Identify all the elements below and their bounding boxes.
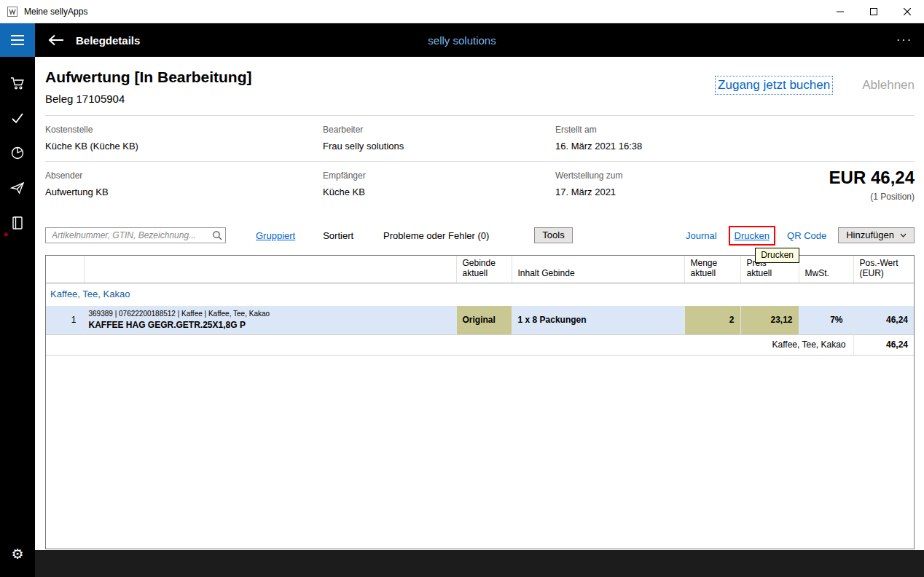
book-now-link[interactable]: Zugang jetzt buchen: [715, 76, 833, 95]
sidebar: * ⚙: [0, 57, 35, 577]
title-bar[interactable]: Meine sellyApps: [0, 0, 924, 23]
print-highlight-box: Drucken: [729, 226, 775, 246]
close-icon: [904, 8, 911, 15]
back-button[interactable]: [39, 23, 73, 57]
problems-toggle[interactable]: Probleme oder Fehler (0): [383, 230, 489, 241]
col-wert: Pos.-Wert (EUR): [853, 256, 914, 283]
app-icon: [7, 6, 18, 17]
row-number: 1: [46, 306, 84, 334]
maximize-button[interactable]: [857, 0, 890, 23]
col-inhalt: Inhalt Gebinde: [512, 256, 684, 283]
app-window: { "window": { "title": "Meine sellyApps"…: [0, 0, 924, 577]
field-kostenstelle: Kostenstelle Küche KB (Küche KB): [45, 125, 323, 152]
grouped-toggle[interactable]: Gruppiert: [256, 230, 295, 241]
summary-value: 46,24: [853, 334, 914, 355]
main-area: Aufwertung [In Bearbeitung] Beleg 171059…: [35, 57, 924, 577]
window-title: Meine sellyApps: [24, 7, 87, 17]
article-name: KAFFEE HAG GEGR.GETR.25X1,8G P: [89, 320, 456, 330]
sidebar-item-tasks[interactable]: [0, 101, 35, 136]
cell-mwst: 7%: [799, 306, 853, 334]
col-menge: Menge aktuell: [684, 256, 740, 283]
fields-row-2: Absender Aufwertung KB Empfänger Küche K…: [45, 162, 915, 207]
cell-preis: 23,12: [740, 306, 799, 334]
cell-wert: 46,24: [853, 306, 914, 334]
search-box: [45, 227, 226, 243]
app-header: Belegdetails selly solutions ···: [0, 23, 924, 57]
search-input[interactable]: [45, 227, 226, 243]
add-button[interactable]: Hinzufügen: [838, 227, 915, 243]
sidebar-item-send[interactable]: [0, 170, 35, 205]
total-positions: (1 Position): [829, 192, 915, 202]
toolbar: Gruppiert Sortiert Probleme oder Fehler …: [45, 227, 915, 244]
cell-menge: 2: [684, 306, 740, 334]
group-summary-row: Kaffee, Tee, Kakao 46,24: [46, 334, 914, 355]
send-icon: [9, 180, 26, 196]
summary-label: Kaffee, Tee, Kakao: [46, 334, 853, 355]
col-mwst: MwSt.: [799, 256, 853, 283]
reject-link[interactable]: Ablehnen: [862, 78, 915, 93]
more-options-button[interactable]: ···: [896, 34, 912, 47]
cart-icon: [9, 75, 26, 91]
close-button[interactable]: [890, 0, 924, 23]
back-arrow-icon: [48, 34, 64, 46]
tools-button[interactable]: Tools: [534, 227, 572, 243]
print-link[interactable]: Drucken: [735, 230, 770, 241]
field-absender: Absender Aufwertung KB: [45, 170, 323, 197]
toolbar-right: Journal Drucken QR Code Hinzufügen: [686, 226, 915, 246]
content: Aufwertung [In Bearbeitung] Beleg 171059…: [35, 57, 924, 550]
col-gebinde: Gebinde aktuell: [456, 256, 512, 283]
maximize-icon: [870, 8, 877, 15]
sidebar-item-settings[interactable]: ⚙: [0, 536, 35, 571]
field-erstellt-am: Erstellt am 16. März 2021 16:38: [555, 125, 915, 152]
fields-row-1: Kostenstelle Küche KB (Küche KB) Bearbei…: [45, 116, 915, 161]
sidebar-item-cart[interactable]: [0, 66, 35, 101]
field-bearbeiter: Bearbeiter Frau selly solutions: [323, 125, 555, 152]
print-tooltip: Drucken: [755, 248, 799, 263]
cell-gebinde: Original: [456, 306, 512, 334]
total-amount: EUR 46,24: [829, 168, 915, 188]
document-total: EUR 46,24 (1 Position): [829, 168, 915, 202]
menu-button[interactable]: [0, 23, 35, 57]
sidebar-item-journal[interactable]: *: [0, 205, 35, 240]
group-row[interactable]: Kaffee, Tee, Kakao: [46, 283, 914, 307]
group-label: Kaffee, Tee, Kakao: [46, 283, 914, 307]
article-meta: 369389 | 07622200188512 | Kaffee | Kaffe…: [89, 310, 456, 318]
col-number: [46, 256, 84, 283]
notification-asterisk: *: [4, 229, 8, 242]
journal-icon: [9, 215, 26, 231]
check-icon: [9, 110, 26, 126]
sidebar-item-statistics[interactable]: [0, 136, 35, 170]
menu-icon: [11, 35, 24, 36]
gear-icon: ⚙: [11, 546, 23, 562]
search-icon: [212, 230, 222, 240]
row-description: 369389 | 07622200188512 | Kaffee | Kaffe…: [84, 306, 456, 334]
col-description: [84, 256, 456, 283]
table-row[interactable]: 1 369389 | 07622200188512 | Kaffee | Kaf…: [46, 306, 914, 334]
page-title: Belegdetails: [76, 34, 140, 47]
pie-chart-icon: [9, 145, 26, 161]
journal-link[interactable]: Journal: [686, 230, 717, 241]
document-actions: Zugang jetzt buchen Ablehnen: [715, 76, 915, 95]
minimize-icon: [837, 8, 844, 15]
cell-inhalt: 1 x 8 Packungen: [512, 306, 684, 334]
minimize-button[interactable]: [823, 0, 857, 23]
sorted-toggle[interactable]: Sortiert: [323, 230, 353, 241]
positions-table: Gebinde aktuell Inhalt Gebinde Menge akt…: [45, 255, 915, 549]
chevron-down-icon: [900, 233, 907, 238]
field-empfaenger: Empfänger Küche KB: [323, 170, 555, 197]
footer-bar: [35, 550, 924, 577]
qr-code-link[interactable]: QR Code: [787, 230, 826, 241]
